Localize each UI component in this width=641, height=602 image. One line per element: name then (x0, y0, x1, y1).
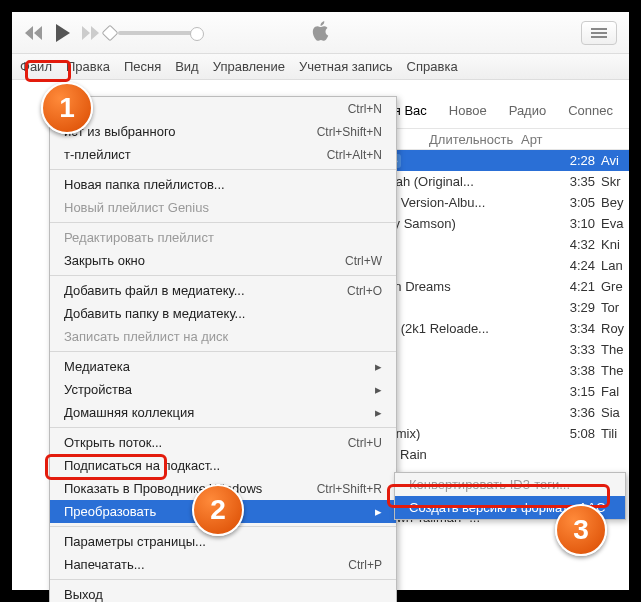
menu-item[interactable]: т-плейлистCtrl+Alt+N (50, 143, 396, 166)
callout-3: 3 (555, 504, 607, 556)
play-icon[interactable] (54, 24, 72, 42)
menu-item: Редактировать плейлист (50, 226, 396, 249)
next-icon[interactable] (82, 26, 102, 40)
menu-item: Записать плейлист на диск (50, 325, 396, 348)
track-row[interactable]: ming (2k1 Reloade...3:34Roy (365, 318, 629, 339)
track-row[interactable]: iu•••2:28Avi (365, 150, 629, 171)
menu-item[interactable]: Домашняя коллекция▸ (50, 401, 396, 424)
library-subnav: Для Вас Новое Радио Connec (361, 92, 629, 128)
highlight-convert-item (45, 454, 167, 480)
subnav-new[interactable]: Новое (449, 103, 487, 118)
menu-item[interactable]: Добавить папку в медиатеку... (50, 302, 396, 325)
menu-item[interactable]: Закрыть окноCtrl+W (50, 249, 396, 272)
menu-account[interactable]: Учетная запись (299, 59, 393, 74)
callout-1: 1 (41, 82, 93, 134)
menu-item[interactable]: Новая папка плейлистов... (50, 173, 396, 196)
menu-edit[interactable]: Правка (66, 59, 110, 74)
submenu-arrow-icon: ▸ (375, 405, 382, 420)
menu-item[interactable]: Напечатать...Ctrl+P (50, 553, 396, 576)
track-row[interactable]: x Remix)5:08Tili (365, 423, 629, 444)
track-row[interactable]: 3:15Fal (365, 381, 629, 402)
track-column-header: ⌃ ☁ Длительность Арт (365, 128, 629, 150)
track-row[interactable]: Main Version-Albu...3:05Bey (365, 192, 629, 213)
volume-slider[interactable] (118, 31, 198, 35)
submenu-arrow-icon: ▸ (375, 504, 382, 519)
subnav-radio[interactable]: Радио (509, 103, 547, 118)
track-row[interactable]: abit3:29Tor (365, 297, 629, 318)
menu-item: Новый плейлист Genius (50, 196, 396, 219)
track-row[interactable]: 4:32Kni (365, 234, 629, 255)
menu-item[interactable]: Выход (50, 583, 396, 602)
col-artist[interactable]: Арт (521, 132, 543, 147)
col-duration[interactable]: Длительность (429, 132, 521, 147)
player-toolbar (12, 12, 629, 54)
menu-item[interactable]: листCtrl+N (50, 97, 396, 120)
menu-view[interactable]: Вид (175, 59, 199, 74)
track-row[interactable]: 4:24Lan (365, 255, 629, 276)
menu-item[interactable]: Медиатека▸ (50, 355, 396, 378)
prev-icon[interactable] (24, 26, 44, 40)
track-row[interactable]: t. Sirah (Original...3:35Skr (365, 171, 629, 192)
app-menubar: Файл Правка Песня Вид Управление Учетная… (12, 54, 629, 80)
menu-item[interactable]: ист из выбранногоCtrl+Shift+N (50, 120, 396, 143)
menu-controls[interactable]: Управление (213, 59, 285, 74)
submenu-arrow-icon: ▸ (375, 359, 382, 374)
highlight-file-menu (25, 60, 71, 82)
menu-song[interactable]: Песня (124, 59, 161, 74)
menu-item[interactable]: Добавить файл в медиатеку...Ctrl+O (50, 279, 396, 302)
track-row[interactable]: roken Dreams4:21Gre (365, 276, 629, 297)
track-row[interactable]: Dark Rain (365, 444, 629, 465)
apple-logo-icon (312, 21, 330, 44)
menu-item[interactable]: Открыть поток...Ctrl+U (50, 431, 396, 454)
track-row[interactable]: now3:33The (365, 339, 629, 360)
subnav-connect[interactable]: Connec (568, 103, 613, 118)
menu-help[interactable]: Справка (407, 59, 458, 74)
callout-2: 2 (192, 484, 244, 536)
list-view-button[interactable] (581, 21, 617, 45)
track-row[interactable]: idney Samson)3:10Eva (365, 213, 629, 234)
track-row[interactable]: 3:36Sia (365, 402, 629, 423)
submenu-arrow-icon: ▸ (375, 382, 382, 397)
track-row[interactable]: 3:38The (365, 360, 629, 381)
menu-item[interactable]: Устройства▸ (50, 378, 396, 401)
